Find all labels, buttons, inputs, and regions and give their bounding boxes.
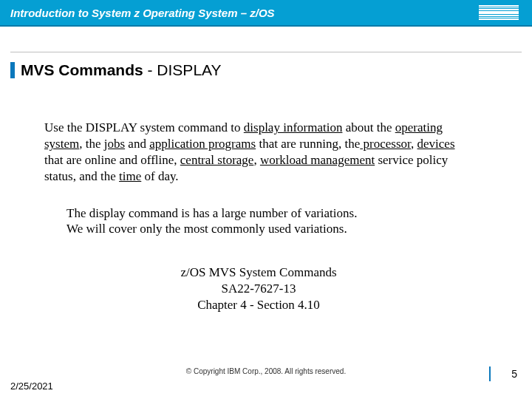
body-paragraph-1: Use the DISPLAY system command to displa… <box>44 120 458 185</box>
text: central storage <box>180 153 254 167</box>
title-bold: MVS Commands <box>21 61 143 78</box>
text: that are online and offline, <box>44 153 180 167</box>
text: Use the DISPLAY system command to <box>44 120 244 134</box>
text: time <box>119 169 141 183</box>
text: Chapter 4 - Section 4.10 <box>197 298 320 312</box>
header-bar: Introduction to System z Operating Syste… <box>0 0 532 27</box>
slide-title: MVS Commands - DISPLAY <box>10 61 522 79</box>
body-paragraph-3: z/OS MVS System Commands SA22-7627-13 Ch… <box>133 265 384 313</box>
divider <box>10 52 522 52</box>
text: workload management <box>260 153 375 167</box>
text: devices <box>417 137 455 151</box>
text: We will cover only the most commonly use… <box>66 222 347 236</box>
text: jobs <box>104 137 125 151</box>
text: , <box>253 153 260 167</box>
text: of day. <box>141 169 178 183</box>
text: and <box>125 137 149 151</box>
footer-date: 2/25/2021 <box>10 381 53 392</box>
title-rest: - DISPLAY <box>143 61 222 78</box>
text: processor <box>360 137 411 151</box>
body-paragraph-2: The display command is has a large numbe… <box>66 205 421 237</box>
footer-accent-icon <box>489 366 491 381</box>
text: application programs <box>149 137 256 151</box>
text: that are running, the <box>256 137 360 151</box>
page-number: 5 <box>511 368 517 380</box>
ibm-logo-icon <box>479 5 519 20</box>
text: SA22-7627-13 <box>221 282 296 296</box>
footer-copyright: © Copyright IBM Corp., 2008. All rights … <box>0 367 532 375</box>
text: , the <box>79 137 104 151</box>
header-title: Introduction to System z Operating Syste… <box>10 7 275 19</box>
text: , <box>411 137 417 151</box>
text: z/OS MVS System Commands <box>180 265 336 279</box>
text: display information <box>244 120 343 134</box>
text: The display command is has a large numbe… <box>66 206 357 220</box>
text: about the <box>342 120 395 134</box>
accent-bar-icon <box>10 62 15 78</box>
